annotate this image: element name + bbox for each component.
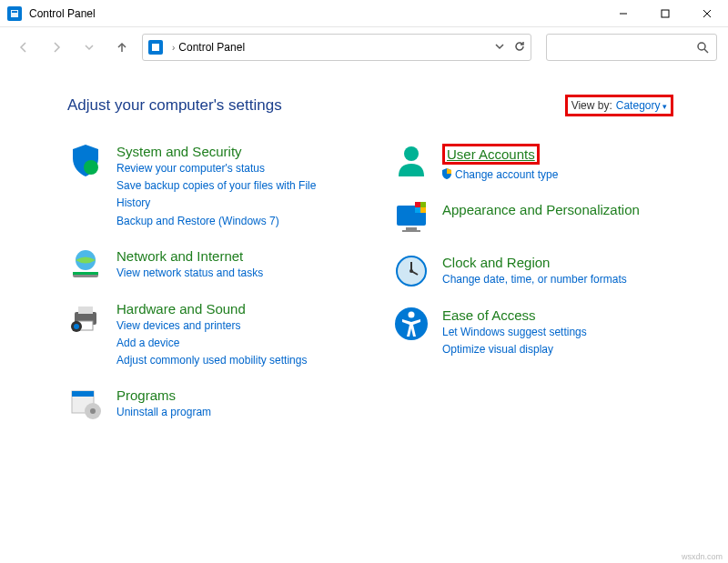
svg-point-22 — [90, 408, 96, 414]
left-column: System and Security Review your computer… — [67, 142, 348, 438]
category-link[interactable]: Uninstall a program — [116, 404, 211, 421]
category-user-accounts: User Accounts Change account type — [393, 142, 673, 184]
category-link[interactable]: Add a device — [116, 335, 307, 352]
view-by-label: View by: — [571, 99, 612, 112]
search-icon — [696, 41, 709, 54]
category-programs: Programs Uninstall a program — [67, 386, 348, 422]
content-area: Adjust your computer's settings View by:… — [0, 67, 728, 457]
maximize-button[interactable] — [644, 0, 686, 27]
svg-rect-30 — [420, 207, 426, 213]
view-by-dropdown[interactable]: View by: Category — [565, 95, 673, 116]
category-link[interactable]: Let Windows suggest settings — [442, 324, 587, 341]
window-title: Control Panel — [29, 7, 96, 20]
category-link[interactable]: Review your computer's status — [116, 160, 348, 177]
search-box[interactable] — [546, 34, 717, 61]
category-title[interactable]: User Accounts — [442, 144, 540, 165]
user-icon — [393, 142, 430, 178]
svg-rect-28 — [420, 202, 426, 207]
clock-icon — [393, 253, 430, 289]
printer-icon — [67, 299, 104, 336]
svg-point-34 — [410, 269, 413, 273]
svg-point-36 — [409, 312, 415, 318]
forward-button[interactable] — [44, 35, 69, 60]
category-title[interactable]: Clock and Region — [442, 255, 550, 270]
page-heading: Adjust your computer's settings — [67, 96, 282, 115]
category-ease-of-access: Ease of Access Let Windows suggest setti… — [393, 306, 673, 358]
category-title[interactable]: Programs — [116, 387, 176, 403]
svg-rect-1 — [12, 11, 17, 13]
close-button[interactable] — [686, 0, 728, 27]
right-column: User Accounts Change account type Appear… — [393, 142, 673, 438]
category-link[interactable]: Backup and Restore (Windows 7) — [116, 213, 348, 230]
uac-shield-icon — [442, 167, 451, 178]
refresh-button[interactable] — [514, 39, 525, 55]
svg-line-9 — [704, 49, 708, 53]
svg-point-18 — [74, 324, 79, 329]
window-controls — [602, 0, 728, 27]
titlebar: Control Panel — [0, 0, 728, 27]
accessibility-icon — [393, 306, 430, 342]
svg-rect-29 — [415, 207, 420, 213]
svg-point-10 — [84, 160, 98, 175]
category-title[interactable]: Network and Internet — [116, 248, 243, 264]
category-hardware: Hardware and Sound View devices and prin… — [67, 299, 348, 370]
back-button[interactable] — [11, 35, 36, 60]
svg-rect-27 — [415, 202, 420, 207]
shield-icon — [67, 142, 104, 178]
category-link[interactable]: Save backup copies of your files with Fi… — [116, 177, 348, 212]
category-title[interactable]: Hardware and Sound — [116, 301, 246, 317]
watermark: wsxdn.com — [682, 552, 723, 561]
category-title[interactable]: Appearance and Personalization — [442, 202, 640, 217]
programs-icon — [67, 386, 104, 422]
svg-rect-20 — [72, 391, 94, 397]
svg-point-23 — [404, 146, 419, 161]
address-bar[interactable]: › Control Panel — [142, 34, 531, 61]
up-button[interactable] — [109, 35, 135, 60]
view-by-value: Category — [616, 99, 667, 112]
svg-rect-25 — [406, 227, 417, 230]
control-panel-icon — [7, 6, 22, 21]
category-link[interactable]: Change account type — [442, 166, 558, 184]
breadcrumb-root[interactable]: Control Panel — [178, 41, 245, 54]
monitor-icon — [393, 200, 430, 236]
minimize-button[interactable] — [602, 0, 644, 27]
category-appearance: Appearance and Personalization — [393, 200, 673, 236]
location-icon — [148, 40, 163, 55]
chevron-right-icon: › — [172, 43, 175, 53]
svg-rect-3 — [662, 10, 669, 17]
category-link[interactable]: Optimize visual display — [442, 341, 587, 358]
svg-rect-15 — [78, 307, 93, 314]
category-link[interactable]: View devices and printers — [116, 317, 307, 335]
svg-rect-26 — [402, 230, 420, 232]
category-link[interactable]: View network status and tasks — [116, 265, 263, 282]
toolbar: › Control Panel — [0, 27, 728, 67]
category-link[interactable]: Adjust commonly used mobility settings — [116, 352, 307, 369]
category-system-security: System and Security Review your computer… — [67, 142, 348, 230]
category-network: Network and Internet View network status… — [67, 246, 348, 283]
chevron-down-icon[interactable] — [494, 39, 505, 55]
category-link[interactable]: Change date, time, or number formats — [442, 271, 627, 288]
recent-locations-button[interactable] — [76, 35, 102, 60]
svg-rect-7 — [152, 44, 159, 51]
category-title[interactable]: Ease of Access — [442, 307, 536, 323]
globe-icon — [67, 246, 104, 283]
category-title[interactable]: System and Security — [116, 144, 242, 159]
svg-rect-13 — [73, 272, 98, 275]
svg-point-8 — [698, 43, 705, 50]
category-clock: Clock and Region Change date, time, or n… — [393, 253, 673, 289]
